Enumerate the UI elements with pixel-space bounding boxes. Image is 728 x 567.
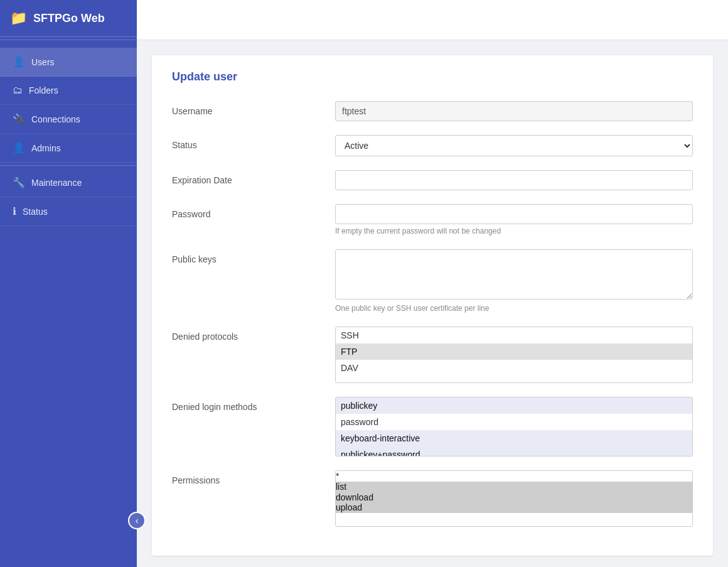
denied-login-methods-row: Denied login methods publickey password … <box>172 397 693 456</box>
sidebar-nav: 👤 Users 🗂 Folders 🔌 Connections 👤 Admins… <box>0 43 137 226</box>
sidebar-item-status[interactable]: ℹ Status <box>0 197 137 226</box>
username-label: Username <box>172 101 335 116</box>
status-label: Status <box>172 135 335 150</box>
login-option-publickey: publickey <box>336 397 692 414</box>
main-header <box>137 0 728 40</box>
public-keys-hint: One public key or SSH user certificate p… <box>335 304 693 313</box>
username-row: Username <box>172 101 693 121</box>
app-title: SFTPGo Web <box>33 12 105 25</box>
public-keys-label: Public keys <box>172 249 335 264</box>
password-control-wrap: If empty the current password will not b… <box>335 204 693 235</box>
sidebar-item-maintenance-label: Maintenance <box>31 178 82 188</box>
denied-login-methods-control-wrap: publickey password keyboard-interactive … <box>335 397 693 456</box>
denied-protocols-row: Denied protocols SSH FTP DAV <box>172 327 693 383</box>
expiration-date-row: Expiration Date <box>172 170 693 190</box>
page-title: Update user <box>172 70 693 84</box>
password-row: Password If empty the current password w… <box>172 204 693 235</box>
status-select[interactable]: Active Inactive <box>335 135 693 156</box>
sidebar-item-users-label: Users <box>31 57 55 67</box>
login-option-password: password <box>336 414 692 430</box>
status-control-wrap: Active Inactive <box>335 135 693 156</box>
password-input[interactable] <box>335 204 693 224</box>
sidebar-collapse-button[interactable]: ‹ <box>128 512 146 529</box>
maintenance-icon: 🔧 <box>13 176 25 188</box>
denied-login-methods-select[interactable]: publickey password keyboard-interactive … <box>335 397 693 456</box>
content-area: Update user Username Status Active Inact… <box>137 40 728 567</box>
sidebar-item-folders-label: Folders <box>29 85 58 95</box>
logo-icon: 📁 <box>10 10 27 26</box>
login-option-publickey-password: publickey+password <box>336 446 692 456</box>
protocol-option-ftp: FTP <box>336 343 692 360</box>
chevron-left-icon: ‹ <box>136 516 139 526</box>
users-icon: 👤 <box>13 56 25 68</box>
denied-protocols-label: Denied protocols <box>172 327 335 342</box>
folders-icon: 🗂 <box>13 85 23 96</box>
sidebar-item-connections[interactable]: 🔌 Connections <box>0 105 137 134</box>
sidebar-logo: 📁 SFTPGo Web <box>0 0 137 37</box>
status-row: Status Active Inactive <box>172 135 693 156</box>
sidebar-item-folders[interactable]: 🗂 Folders <box>0 77 137 105</box>
protocol-option-ssh: SSH <box>336 327 692 343</box>
permission-option-download: download <box>336 492 692 503</box>
sidebar-item-admins[interactable]: 👤 Admins <box>0 134 137 163</box>
expiration-date-label: Expiration Date <box>172 170 335 185</box>
expiration-date-control-wrap <box>335 170 693 190</box>
sidebar-item-connections-label: Connections <box>31 114 80 124</box>
public-keys-textarea[interactable] <box>335 249 693 300</box>
sidebar-item-users[interactable]: 👤 Users <box>0 48 137 77</box>
permission-option-upload: upload <box>336 502 692 513</box>
permissions-select[interactable]: * list download upload <box>335 470 693 527</box>
permissions-label: Permissions <box>172 470 335 485</box>
permissions-row: Permissions * list download upload <box>172 470 693 527</box>
denied-protocols-control-wrap: SSH FTP DAV <box>335 327 693 383</box>
username-control-wrap <box>335 101 693 121</box>
status-icon: ℹ <box>13 205 16 217</box>
permissions-control-wrap: * list download upload <box>335 470 693 527</box>
login-option-keyboard-interactive: keyboard-interactive <box>336 430 692 446</box>
sidebar: 📁 SFTPGo Web 👤 Users 🗂 Folders 🔌 Connect… <box>0 0 137 567</box>
admins-icon: 👤 <box>13 142 25 154</box>
sidebar-item-admins-label: Admins <box>31 143 61 153</box>
password-label: Password <box>172 204 335 219</box>
expiration-date-input[interactable] <box>335 170 693 190</box>
main-content: Update user Username Status Active Inact… <box>137 0 728 567</box>
connections-icon: 🔌 <box>13 113 25 125</box>
denied-protocols-select[interactable]: SSH FTP DAV <box>335 327 693 383</box>
password-hint: If empty the current password will not b… <box>335 227 693 235</box>
permission-option-list: list <box>336 482 692 492</box>
sidebar-item-maintenance[interactable]: 🔧 Maintenance <box>0 168 137 197</box>
public-keys-row: Public keys One public key or SSH user c… <box>172 249 693 313</box>
public-keys-control-wrap: One public key or SSH user certificate p… <box>335 249 693 313</box>
sidebar-item-status-label: Status <box>23 207 48 217</box>
denied-login-methods-label: Denied login methods <box>172 397 335 412</box>
update-user-card: Update user Username Status Active Inact… <box>152 55 713 556</box>
permission-option-all: * <box>336 471 692 482</box>
protocol-option-dav: DAV <box>336 360 692 376</box>
username-input[interactable] <box>335 101 693 121</box>
